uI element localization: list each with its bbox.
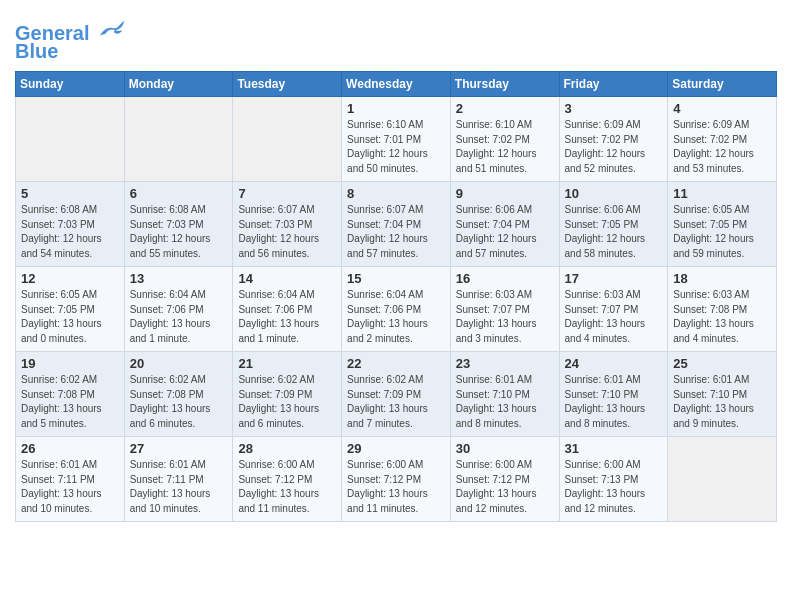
calendar-cell: 4Sunrise: 6:09 AM Sunset: 7:02 PM Daylig… — [668, 97, 777, 182]
day-number: 8 — [347, 186, 445, 201]
day-number: 26 — [21, 441, 119, 456]
calendar-cell: 10Sunrise: 6:06 AM Sunset: 7:05 PM Dayli… — [559, 182, 668, 267]
calendar-cell: 15Sunrise: 6:04 AM Sunset: 7:06 PM Dayli… — [342, 267, 451, 352]
calendar-cell: 22Sunrise: 6:02 AM Sunset: 7:09 PM Dayli… — [342, 352, 451, 437]
day-info: Sunrise: 6:03 AM Sunset: 7:07 PM Dayligh… — [456, 288, 554, 346]
weekday-header-row: SundayMondayTuesdayWednesdayThursdayFrid… — [16, 72, 777, 97]
day-number: 1 — [347, 101, 445, 116]
day-number: 2 — [456, 101, 554, 116]
day-number: 22 — [347, 356, 445, 371]
day-number: 11 — [673, 186, 771, 201]
day-info: Sunrise: 6:07 AM Sunset: 7:04 PM Dayligh… — [347, 203, 445, 261]
calendar-cell: 27Sunrise: 6:01 AM Sunset: 7:11 PM Dayli… — [124, 437, 233, 522]
day-info: Sunrise: 6:09 AM Sunset: 7:02 PM Dayligh… — [673, 118, 771, 176]
calendar-week-row: 26Sunrise: 6:01 AM Sunset: 7:11 PM Dayli… — [16, 437, 777, 522]
day-number: 25 — [673, 356, 771, 371]
day-number: 12 — [21, 271, 119, 286]
calendar-cell: 19Sunrise: 6:02 AM Sunset: 7:08 PM Dayli… — [16, 352, 125, 437]
day-number: 14 — [238, 271, 336, 286]
day-number: 24 — [565, 356, 663, 371]
weekday-header-thursday: Thursday — [450, 72, 559, 97]
page-header: General Blue — [15, 10, 777, 63]
weekday-header-saturday: Saturday — [668, 72, 777, 97]
day-info: Sunrise: 6:06 AM Sunset: 7:05 PM Dayligh… — [565, 203, 663, 261]
day-info: Sunrise: 6:01 AM Sunset: 7:11 PM Dayligh… — [21, 458, 119, 516]
calendar-cell: 3Sunrise: 6:09 AM Sunset: 7:02 PM Daylig… — [559, 97, 668, 182]
calendar-cell: 16Sunrise: 6:03 AM Sunset: 7:07 PM Dayli… — [450, 267, 559, 352]
calendar-cell — [668, 437, 777, 522]
day-info: Sunrise: 6:00 AM Sunset: 7:12 PM Dayligh… — [238, 458, 336, 516]
calendar-cell — [16, 97, 125, 182]
logo: General Blue — [15, 18, 126, 63]
day-number: 20 — [130, 356, 228, 371]
calendar-cell: 1Sunrise: 6:10 AM Sunset: 7:01 PM Daylig… — [342, 97, 451, 182]
day-number: 31 — [565, 441, 663, 456]
calendar-cell: 29Sunrise: 6:00 AM Sunset: 7:12 PM Dayli… — [342, 437, 451, 522]
day-info: Sunrise: 6:03 AM Sunset: 7:07 PM Dayligh… — [565, 288, 663, 346]
calendar-cell: 6Sunrise: 6:08 AM Sunset: 7:03 PM Daylig… — [124, 182, 233, 267]
day-info: Sunrise: 6:07 AM Sunset: 7:03 PM Dayligh… — [238, 203, 336, 261]
calendar-cell: 25Sunrise: 6:01 AM Sunset: 7:10 PM Dayli… — [668, 352, 777, 437]
calendar-cell: 31Sunrise: 6:00 AM Sunset: 7:13 PM Dayli… — [559, 437, 668, 522]
day-info: Sunrise: 6:00 AM Sunset: 7:12 PM Dayligh… — [347, 458, 445, 516]
day-number: 17 — [565, 271, 663, 286]
day-info: Sunrise: 6:09 AM Sunset: 7:02 PM Dayligh… — [565, 118, 663, 176]
weekday-header-tuesday: Tuesday — [233, 72, 342, 97]
day-info: Sunrise: 6:05 AM Sunset: 7:05 PM Dayligh… — [673, 203, 771, 261]
day-number: 29 — [347, 441, 445, 456]
day-info: Sunrise: 6:04 AM Sunset: 7:06 PM Dayligh… — [238, 288, 336, 346]
day-number: 3 — [565, 101, 663, 116]
day-info: Sunrise: 6:01 AM Sunset: 7:10 PM Dayligh… — [456, 373, 554, 431]
day-info: Sunrise: 6:02 AM Sunset: 7:08 PM Dayligh… — [21, 373, 119, 431]
weekday-header-friday: Friday — [559, 72, 668, 97]
day-number: 5 — [21, 186, 119, 201]
day-number: 23 — [456, 356, 554, 371]
calendar-week-row: 12Sunrise: 6:05 AM Sunset: 7:05 PM Dayli… — [16, 267, 777, 352]
calendar-cell: 18Sunrise: 6:03 AM Sunset: 7:08 PM Dayli… — [668, 267, 777, 352]
day-info: Sunrise: 6:04 AM Sunset: 7:06 PM Dayligh… — [130, 288, 228, 346]
day-info: Sunrise: 6:10 AM Sunset: 7:01 PM Dayligh… — [347, 118, 445, 176]
calendar-cell: 20Sunrise: 6:02 AM Sunset: 7:08 PM Dayli… — [124, 352, 233, 437]
day-info: Sunrise: 6:06 AM Sunset: 7:04 PM Dayligh… — [456, 203, 554, 261]
weekday-header-sunday: Sunday — [16, 72, 125, 97]
day-number: 6 — [130, 186, 228, 201]
weekday-header-monday: Monday — [124, 72, 233, 97]
day-number: 28 — [238, 441, 336, 456]
day-info: Sunrise: 6:01 AM Sunset: 7:10 PM Dayligh… — [673, 373, 771, 431]
calendar-table: SundayMondayTuesdayWednesdayThursdayFrid… — [15, 71, 777, 522]
day-info: Sunrise: 6:01 AM Sunset: 7:10 PM Dayligh… — [565, 373, 663, 431]
weekday-header-wednesday: Wednesday — [342, 72, 451, 97]
calendar-cell: 9Sunrise: 6:06 AM Sunset: 7:04 PM Daylig… — [450, 182, 559, 267]
calendar-cell: 2Sunrise: 6:10 AM Sunset: 7:02 PM Daylig… — [450, 97, 559, 182]
day-number: 19 — [21, 356, 119, 371]
calendar-cell: 8Sunrise: 6:07 AM Sunset: 7:04 PM Daylig… — [342, 182, 451, 267]
day-info: Sunrise: 6:02 AM Sunset: 7:09 PM Dayligh… — [347, 373, 445, 431]
calendar-week-row: 1Sunrise: 6:10 AM Sunset: 7:01 PM Daylig… — [16, 97, 777, 182]
calendar-cell: 14Sunrise: 6:04 AM Sunset: 7:06 PM Dayli… — [233, 267, 342, 352]
day-info: Sunrise: 6:08 AM Sunset: 7:03 PM Dayligh… — [21, 203, 119, 261]
day-number: 21 — [238, 356, 336, 371]
day-info: Sunrise: 6:08 AM Sunset: 7:03 PM Dayligh… — [130, 203, 228, 261]
calendar-cell: 12Sunrise: 6:05 AM Sunset: 7:05 PM Dayli… — [16, 267, 125, 352]
day-number: 18 — [673, 271, 771, 286]
day-info: Sunrise: 6:03 AM Sunset: 7:08 PM Dayligh… — [673, 288, 771, 346]
day-info: Sunrise: 6:01 AM Sunset: 7:11 PM Dayligh… — [130, 458, 228, 516]
calendar-cell — [233, 97, 342, 182]
calendar-week-row: 5Sunrise: 6:08 AM Sunset: 7:03 PM Daylig… — [16, 182, 777, 267]
calendar-week-row: 19Sunrise: 6:02 AM Sunset: 7:08 PM Dayli… — [16, 352, 777, 437]
day-info: Sunrise: 6:02 AM Sunset: 7:08 PM Dayligh… — [130, 373, 228, 431]
logo-bird-icon — [98, 18, 126, 40]
day-info: Sunrise: 6:00 AM Sunset: 7:13 PM Dayligh… — [565, 458, 663, 516]
day-info: Sunrise: 6:05 AM Sunset: 7:05 PM Dayligh… — [21, 288, 119, 346]
day-number: 16 — [456, 271, 554, 286]
calendar-cell: 21Sunrise: 6:02 AM Sunset: 7:09 PM Dayli… — [233, 352, 342, 437]
day-number: 4 — [673, 101, 771, 116]
day-info: Sunrise: 6:02 AM Sunset: 7:09 PM Dayligh… — [238, 373, 336, 431]
calendar-cell — [124, 97, 233, 182]
day-number: 27 — [130, 441, 228, 456]
calendar-cell: 17Sunrise: 6:03 AM Sunset: 7:07 PM Dayli… — [559, 267, 668, 352]
day-info: Sunrise: 6:00 AM Sunset: 7:12 PM Dayligh… — [456, 458, 554, 516]
day-number: 13 — [130, 271, 228, 286]
day-number: 9 — [456, 186, 554, 201]
calendar-cell: 30Sunrise: 6:00 AM Sunset: 7:12 PM Dayli… — [450, 437, 559, 522]
